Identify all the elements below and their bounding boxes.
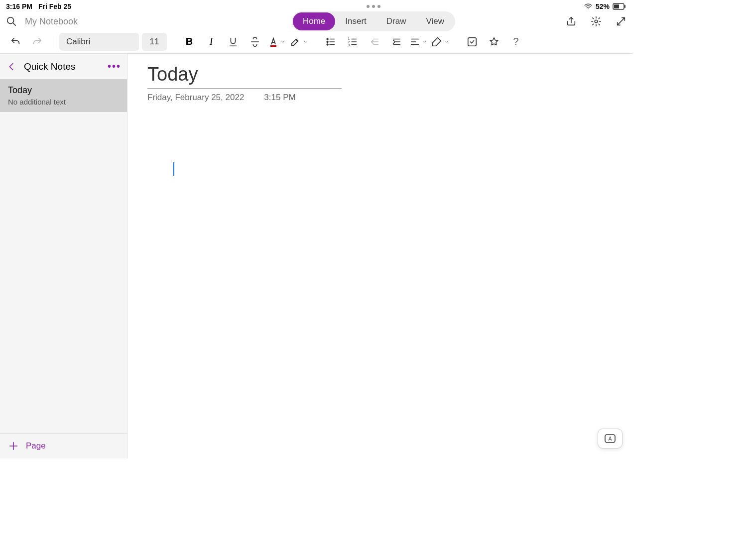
strikethrough-button[interactable]	[246, 32, 264, 51]
battery-percent: 52%	[596, 2, 610, 10]
keyboard-mode-button[interactable]: A	[598, 429, 622, 448]
svg-point-7	[327, 41, 328, 42]
svg-point-8	[327, 44, 328, 45]
chevron-down-icon	[280, 37, 285, 46]
font-size-input[interactable]: 11	[142, 33, 167, 51]
styles-button[interactable]	[431, 32, 450, 51]
search-icon[interactable]	[6, 16, 17, 27]
notebook-name[interactable]: My Notebook	[25, 16, 78, 27]
indent-button[interactable]	[387, 32, 406, 51]
plus-icon	[8, 441, 19, 451]
chevron-down-icon	[422, 37, 427, 46]
svg-rect-12	[468, 37, 477, 46]
font-color-button[interactable]	[267, 32, 286, 51]
note-item-title: Today	[8, 85, 119, 96]
chevron-down-icon	[444, 37, 449, 46]
undo-button[interactable]	[6, 32, 25, 51]
bullet-list-button[interactable]	[321, 32, 340, 51]
chevron-down-icon	[303, 37, 308, 46]
formatting-toolbar: Calibri 11 B I 123 ?	[0, 30, 632, 54]
star-tag-button[interactable]	[485, 32, 503, 51]
tab-view[interactable]: View	[416, 12, 455, 30]
share-icon[interactable]	[566, 16, 577, 27]
sidebar: Quick Notes ••• Today No additional text…	[0, 54, 127, 458]
outdent-button	[365, 32, 384, 51]
wifi-icon	[584, 2, 593, 11]
multitask-dots[interactable]	[367, 5, 380, 8]
highlight-button[interactable]	[289, 32, 308, 51]
underline-button[interactable]	[224, 32, 243, 51]
svg-point-6	[327, 38, 328, 40]
page-editor[interactable]: Today Friday, February 25, 2022 3:15 PM …	[127, 54, 632, 458]
svg-point-4	[595, 20, 598, 23]
font-name-input[interactable]: Calibri	[59, 33, 139, 51]
more-icon[interactable]: •••	[108, 61, 121, 72]
note-item-subtitle: No additional text	[8, 98, 119, 106]
tab-home[interactable]: Home	[293, 12, 335, 30]
tab-draw[interactable]: Draw	[376, 12, 416, 30]
bold-button[interactable]: B	[180, 32, 199, 51]
page-time: 3:15 PM	[264, 93, 295, 103]
svg-rect-2	[624, 5, 625, 8]
title-underline	[147, 88, 342, 89]
todo-button[interactable]	[463, 32, 482, 51]
svg-text:A: A	[609, 436, 612, 442]
paragraph-button[interactable]	[409, 32, 428, 51]
tab-insert[interactable]: Insert	[335, 12, 376, 30]
help-button[interactable]: ?	[506, 32, 525, 51]
page-date: Friday, February 25, 2022	[147, 93, 244, 103]
page-title[interactable]: Today	[147, 64, 342, 85]
status-time: 3:16 PM	[6, 2, 32, 10]
add-page-button[interactable]: Page	[0, 433, 127, 458]
battery-icon	[613, 3, 626, 10]
section-title[interactable]: Quick Notes	[24, 61, 101, 72]
add-page-label: Page	[26, 441, 46, 451]
svg-rect-5	[270, 45, 276, 47]
note-list-item[interactable]: Today No additional text	[0, 79, 127, 112]
svg-point-3	[7, 17, 14, 24]
redo-button	[28, 32, 47, 51]
ribbon-tabs: Home Insert Draw View	[292, 11, 455, 31]
back-icon[interactable]	[6, 61, 17, 72]
svg-rect-1	[614, 4, 619, 8]
numbered-list-button[interactable]: 123	[343, 32, 362, 51]
gear-icon[interactable]	[591, 16, 602, 27]
svg-text:3: 3	[348, 43, 350, 47]
italic-button[interactable]: I	[202, 32, 221, 51]
status-date: Fri Feb 25	[38, 2, 71, 10]
app-header: My Notebook Home Insert Draw View	[0, 13, 632, 30]
expand-icon[interactable]	[616, 16, 626, 27]
text-cursor	[173, 162, 174, 176]
